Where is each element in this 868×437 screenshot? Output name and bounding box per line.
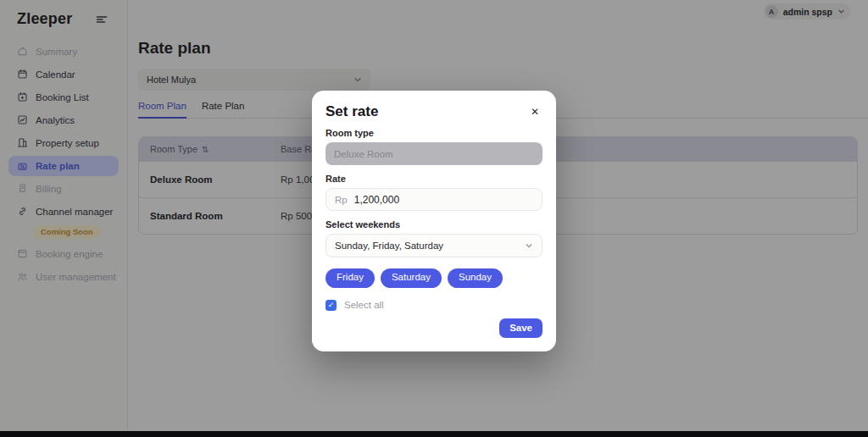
room-type-input xyxy=(326,142,542,165)
weekends-label: Select weekends xyxy=(326,219,542,230)
bottom-bar xyxy=(0,431,868,437)
chip-saturday[interactable]: Saturday xyxy=(381,268,442,288)
chevron-down-icon xyxy=(525,241,533,250)
weekends-select[interactable]: Sunday, Friday, Saturday xyxy=(326,234,542,257)
room-type-field-group: Room type xyxy=(326,128,542,165)
select-all-label: Select all xyxy=(344,300,384,310)
currency-prefix: Rp xyxy=(335,195,348,205)
rate-input[interactable] xyxy=(354,194,533,206)
set-rate-modal: Set rate ✕ Room type Rate Rp Select week… xyxy=(312,91,556,351)
weekends-select-value: Sunday, Friday, Saturday xyxy=(335,241,443,251)
close-icon[interactable]: ✕ xyxy=(527,105,542,119)
rate-field-group: Rate Rp xyxy=(326,174,542,211)
modal-title: Set rate xyxy=(326,103,378,120)
save-button[interactable]: Save xyxy=(499,318,542,338)
weekends-field-group: Select weekends Sunday, Friday, Saturday xyxy=(326,219,542,257)
select-all-checkbox[interactable]: ✓ xyxy=(326,300,337,311)
modal-header: Set rate ✕ xyxy=(326,103,542,120)
app-screen: Zleeper Summary Calendar Booking L xyxy=(0,0,868,437)
rate-label: Rate xyxy=(326,174,542,184)
modal-actions: Save xyxy=(326,318,542,338)
chip-sunday[interactable]: Sunday xyxy=(448,268,503,288)
rate-input-wrap: Rp xyxy=(326,188,542,211)
room-type-label: Room type xyxy=(326,128,542,138)
chip-friday[interactable]: Friday xyxy=(326,268,375,288)
select-all-row: ✓ Select all xyxy=(326,300,542,311)
selected-day-chips: Friday Saturday Sunday xyxy=(326,268,542,288)
